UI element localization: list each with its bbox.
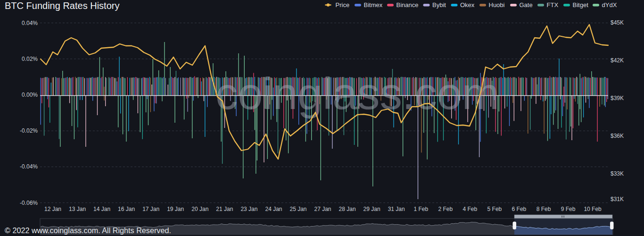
svg-text:-0.02%: -0.02% bbox=[20, 127, 38, 134]
svg-text:24 Jan: 24 Jan bbox=[265, 206, 282, 212]
svg-text:FTX: FTX bbox=[547, 1, 559, 8]
svg-text:6 Feb: 6 Feb bbox=[512, 206, 527, 212]
svg-text:coinglass.com: coinglass.com bbox=[215, 68, 499, 118]
svg-text:$39K: $39K bbox=[611, 95, 624, 101]
svg-text:14 Jan: 14 Jan bbox=[93, 206, 110, 212]
svg-text:17 Jan: 17 Jan bbox=[142, 206, 159, 212]
svg-text:21 Jan: 21 Jan bbox=[216, 206, 233, 212]
svg-text:0.02%: 0.02% bbox=[22, 56, 38, 62]
svg-text:31 Jan: 31 Jan bbox=[388, 206, 405, 212]
svg-text:28 Jan: 28 Jan bbox=[339, 206, 356, 212]
svg-text:$36K: $36K bbox=[611, 133, 624, 139]
svg-text:© 2022 www.coinglass.com. All: © 2022 www.coinglass.com. All Rights Res… bbox=[5, 226, 171, 235]
svg-text:9 Feb: 9 Feb bbox=[561, 206, 576, 212]
svg-text:$42K: $42K bbox=[611, 57, 624, 64]
svg-text:Binance: Binance bbox=[396, 1, 419, 8]
svg-text:19 Jan: 19 Jan bbox=[167, 206, 184, 212]
svg-text:13 Jan: 13 Jan bbox=[69, 206, 86, 212]
svg-text:BTC Funding Rates History: BTC Funding Rates History bbox=[5, 0, 119, 11]
svg-text:29 Jan: 29 Jan bbox=[363, 206, 380, 212]
svg-text:20 Jan: 20 Jan bbox=[191, 206, 208, 212]
svg-text:$31K: $31K bbox=[611, 196, 624, 202]
svg-text:1 Feb: 1 Feb bbox=[413, 206, 428, 212]
svg-text:5 Feb: 5 Feb bbox=[487, 206, 502, 212]
svg-text:10 Feb: 10 Feb bbox=[584, 206, 602, 212]
svg-text:23 Jan: 23 Jan bbox=[240, 206, 257, 212]
svg-text:-0.06%: -0.06% bbox=[20, 200, 38, 206]
svg-text:0.00%: 0.00% bbox=[22, 92, 38, 98]
svg-text:16 Jan: 16 Jan bbox=[118, 206, 135, 212]
svg-text:Huobi: Huobi bbox=[489, 1, 505, 8]
svg-text:$33K: $33K bbox=[611, 170, 624, 177]
svg-text:0.04%: 0.04% bbox=[22, 20, 38, 26]
svg-text:25 Jan: 25 Jan bbox=[289, 206, 306, 212]
svg-text:$45K: $45K bbox=[611, 19, 624, 26]
svg-text:Bitget: Bitget bbox=[573, 1, 589, 8]
svg-text:8 Feb: 8 Feb bbox=[537, 206, 551, 212]
svg-text:12 Jan: 12 Jan bbox=[44, 206, 61, 212]
svg-text:Price: Price bbox=[336, 1, 350, 8]
svg-text:dYdX: dYdX bbox=[602, 1, 617, 8]
svg-text:4 Feb: 4 Feb bbox=[462, 206, 477, 212]
svg-text:2 Feb: 2 Feb bbox=[438, 206, 453, 212]
svg-text:27 Jan: 27 Jan bbox=[314, 206, 331, 212]
svg-text:-0.04%: -0.04% bbox=[20, 163, 38, 170]
svg-text:Okex: Okex bbox=[460, 1, 475, 8]
svg-text:Gate: Gate bbox=[520, 1, 533, 8]
svg-text:Bitmex: Bitmex bbox=[364, 1, 383, 8]
svg-text:Bybit: Bybit bbox=[432, 1, 446, 8]
